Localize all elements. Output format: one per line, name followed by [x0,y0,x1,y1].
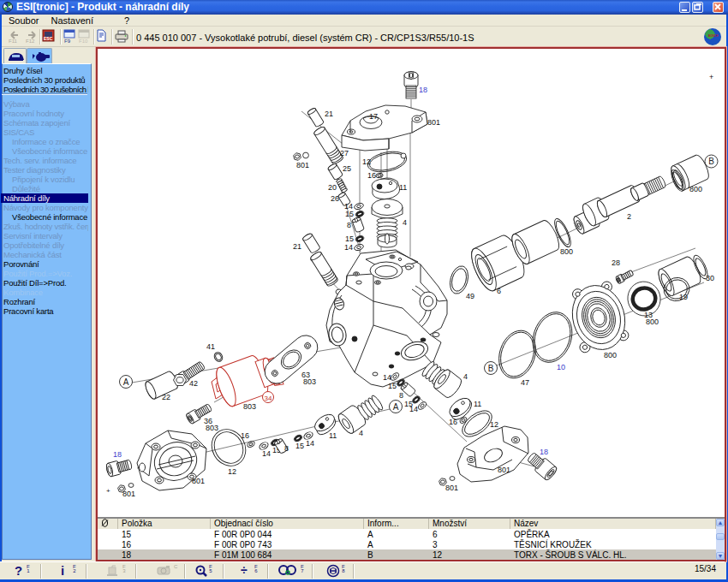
svg-text:800: 800 [689,185,702,193]
svg-text:8: 8 [347,221,351,229]
svg-text:18: 18 [419,86,427,94]
svg-text:21: 21 [325,110,333,118]
svg-text:F11: F11 [9,39,18,44]
svg-text:4: 4 [403,218,407,227]
svg-text:14: 14 [262,449,271,458]
svg-text:25: 25 [343,164,351,173]
svg-text:801: 801 [122,490,135,498]
svg-text:34: 34 [265,395,272,402]
svg-text:11: 11 [399,183,407,192]
svg-text:8: 8 [284,444,289,453]
svg-text:49: 49 [466,292,474,300]
svg-text:11: 11 [329,431,337,440]
svg-text:26: 26 [331,194,339,203]
svg-text:14: 14 [306,439,314,448]
svg-text:801: 801 [427,118,440,127]
svg-text:B: B [708,157,714,166]
svg-text:+: + [709,73,713,81]
svg-text:19: 19 [679,293,688,301]
svg-text:18: 18 [113,450,122,459]
svg-text:4: 4 [463,372,468,381]
svg-text:F10: F10 [79,39,88,44]
svg-text:21: 21 [293,242,301,251]
svg-text:A: A [393,402,399,412]
svg-text:2: 2 [627,212,631,221]
svg-text:ESC: ESC [44,36,53,41]
svg-text:+: + [106,487,110,495]
svg-text:800: 800 [604,351,617,359]
svg-text:15: 15 [345,235,354,243]
svg-text:12: 12 [228,467,236,476]
svg-text:47: 47 [521,378,529,387]
svg-text:16: 16 [241,431,249,440]
svg-text:B: B [488,364,494,373]
svg-text:801: 801 [498,466,510,474]
svg-text:800: 800 [646,318,659,326]
svg-text:15: 15 [388,382,397,390]
svg-text:30: 30 [706,274,714,282]
svg-text:A: A [123,377,129,387]
svg-text:6: 6 [497,287,501,295]
svg-text:801: 801 [192,477,205,485]
svg-text:16: 16 [367,171,376,180]
svg-text:16: 16 [449,418,457,426]
svg-text:27: 27 [340,149,349,157]
svg-text:801: 801 [296,161,309,169]
svg-text:14: 14 [344,243,353,252]
svg-text:17: 17 [369,112,378,121]
svg-text:803: 803 [303,377,316,386]
svg-text:803: 803 [206,424,218,432]
svg-text:42: 42 [189,379,198,388]
svg-text:20: 20 [328,183,337,192]
svg-text:4: 4 [359,429,363,437]
svg-text:F12: F12 [26,39,35,44]
svg-text:15: 15 [295,442,304,450]
svg-text:14: 14 [409,405,418,413]
svg-text:15: 15 [345,210,354,218]
svg-text:22: 22 [162,393,170,401]
svg-text:28: 28 [612,258,620,267]
svg-text:14: 14 [383,373,391,382]
svg-text:803: 803 [243,402,256,411]
svg-text:801: 801 [445,484,458,492]
svg-text:11: 11 [474,400,481,408]
svg-text:10: 10 [557,363,565,371]
svg-text:12: 12 [362,157,371,166]
svg-text:41: 41 [206,342,215,351]
svg-text:12: 12 [490,420,498,429]
svg-text:800: 800 [560,247,573,256]
svg-text:8: 8 [399,391,403,400]
svg-text:F9: F9 [64,39,71,44]
svg-text:18: 18 [540,448,548,456]
